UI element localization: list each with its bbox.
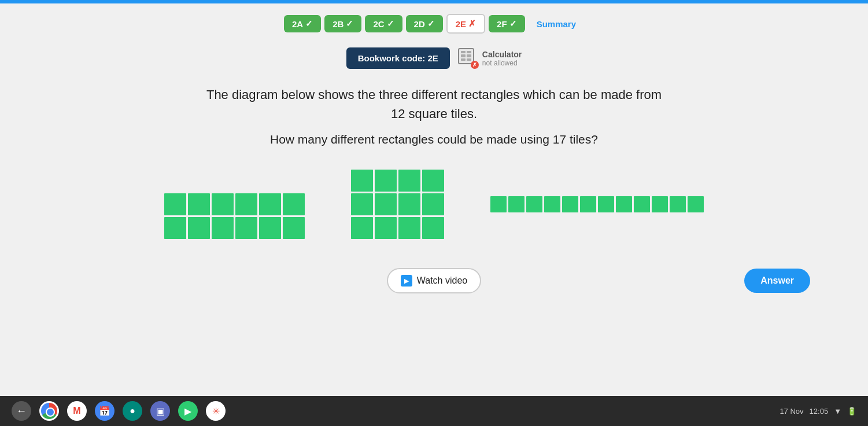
cell xyxy=(422,193,444,215)
cell xyxy=(375,193,397,215)
tab-2C-label: 2C xyxy=(373,19,384,29)
tab-2D-check: ✓ xyxy=(427,19,435,29)
taskbar-time: 12:05 xyxy=(810,407,829,416)
cell xyxy=(259,193,281,215)
watch-video-label: Watch video xyxy=(417,276,467,286)
calc-key-6 xyxy=(467,58,471,61)
calculator-info: ✗ Calculator not allowed xyxy=(458,48,522,69)
calendar-icon[interactable]: 📅 xyxy=(95,401,114,421)
tab-2A-check: ✓ xyxy=(305,19,313,29)
cell xyxy=(616,196,632,212)
nav-tabs: 2A ✓ 2B ✓ 2C ✓ 2D ✓ 2E ✗ 2F ✓ Summary xyxy=(284,14,584,34)
cell xyxy=(398,170,420,192)
back-button[interactable]: ← xyxy=(12,401,31,421)
cell xyxy=(580,196,596,212)
cell xyxy=(375,217,397,239)
calculator-x-icon: ✗ xyxy=(471,61,479,69)
tab-2D[interactable]: 2D ✓ xyxy=(406,15,443,32)
tab-2F-label: 2F xyxy=(497,19,507,29)
play-icon: ▶ xyxy=(401,275,412,287)
cell xyxy=(562,196,578,212)
cell xyxy=(670,196,686,212)
tab-2B-label: 2B xyxy=(333,19,343,29)
rect-6x2 xyxy=(164,193,305,239)
tab-2F[interactable]: 2F ✓ xyxy=(489,15,525,32)
pinwheel-icon[interactable]: ✳ xyxy=(206,401,226,421)
taskbar: ← M 📅 ● ▣ ▶ ✳ 17 Nov 12:05 ▼ 🔋 xyxy=(0,396,868,426)
bookwork-section: Bookwork code: 2E ✗ Calculator not allow… xyxy=(346,47,522,69)
tab-2D-label: 2D xyxy=(414,19,425,29)
files-icon[interactable]: ▣ xyxy=(150,401,170,421)
tab-2B[interactable]: 2B ✓ xyxy=(324,15,361,32)
calc-key-1 xyxy=(461,51,466,54)
cell xyxy=(188,217,210,239)
tab-2E-label: 2E xyxy=(456,19,466,29)
bookwork-button[interactable]: Bookwork code: 2E xyxy=(346,47,450,69)
chrome-ring xyxy=(41,403,57,419)
calc-key-4 xyxy=(467,54,471,57)
cell xyxy=(634,196,650,212)
cell xyxy=(422,217,444,239)
calculator-label: Calculator xyxy=(482,50,522,59)
cell xyxy=(235,193,257,215)
cell xyxy=(526,196,542,212)
calc-key-3 xyxy=(461,54,466,57)
cell xyxy=(259,217,281,239)
cell xyxy=(164,193,186,215)
calc-key-5 xyxy=(461,58,466,61)
tab-2C-check: ✓ xyxy=(387,19,394,29)
cell xyxy=(490,196,507,212)
tab-summary[interactable]: Summary xyxy=(529,16,584,32)
sub-question-text: How many different rectangles could be m… xyxy=(270,133,598,146)
tab-2B-check: ✓ xyxy=(346,19,353,29)
meet-icon[interactable]: ● xyxy=(123,401,142,421)
calculator-sublabel: not allowed xyxy=(482,59,522,67)
bottom-bar: ▶ Watch video Answer xyxy=(35,262,833,299)
cell xyxy=(398,193,420,215)
tab-2A-label: 2A xyxy=(292,19,303,29)
cell xyxy=(212,193,234,215)
cell xyxy=(351,193,373,215)
cell xyxy=(652,196,668,212)
taskbar-right: 17 Nov 12:05 ▼ 🔋 xyxy=(780,407,856,416)
cell xyxy=(188,193,210,215)
wifi-icon: ▼ xyxy=(834,407,841,416)
cell xyxy=(544,196,560,212)
cell xyxy=(164,217,186,239)
cell xyxy=(508,196,525,212)
diagrams-container xyxy=(164,170,704,239)
cell xyxy=(283,193,305,215)
tab-2E-x: ✗ xyxy=(468,19,476,29)
battery-icon: 🔋 xyxy=(847,407,856,416)
calc-key-2 xyxy=(467,51,471,54)
question-line2: 12 square tiles. xyxy=(391,106,477,121)
calculator-icon-container: ✗ xyxy=(458,48,479,69)
cell xyxy=(283,217,305,239)
rect-4x3 xyxy=(351,170,444,239)
cell xyxy=(598,196,614,212)
cell xyxy=(688,196,704,212)
play-store-icon[interactable]: ▶ xyxy=(178,401,198,421)
question-line1: The diagram below shows the three differ… xyxy=(206,87,662,102)
cell xyxy=(422,170,444,192)
taskbar-icons: ← M 📅 ● ▣ ▶ ✳ xyxy=(12,401,226,421)
taskbar-date: 17 Nov xyxy=(780,407,803,416)
tab-summary-label: Summary xyxy=(537,19,576,29)
chrome-icon[interactable] xyxy=(39,401,59,421)
main-screen: 2A ✓ 2B ✓ 2C ✓ 2D ✓ 2E ✗ 2F ✓ Summary Bo… xyxy=(0,3,868,396)
tab-2C[interactable]: 2C ✓ xyxy=(365,15,402,32)
calculator-text: Calculator not allowed xyxy=(482,50,522,67)
cell xyxy=(398,217,420,239)
question-main-text: The diagram below shows the three differ… xyxy=(206,85,662,123)
watch-video-button[interactable]: ▶ Watch video xyxy=(387,268,481,293)
cell xyxy=(351,170,373,192)
rect-12x1 xyxy=(490,196,704,212)
tab-2E[interactable]: 2E ✗ xyxy=(446,14,485,34)
gmail-icon[interactable]: M xyxy=(67,401,87,421)
tab-2A[interactable]: 2A ✓ xyxy=(284,15,321,32)
cell xyxy=(375,170,397,192)
cell xyxy=(212,217,234,239)
answer-button[interactable]: Answer xyxy=(744,269,810,293)
cell xyxy=(235,217,257,239)
tab-2F-check: ✓ xyxy=(509,19,517,29)
